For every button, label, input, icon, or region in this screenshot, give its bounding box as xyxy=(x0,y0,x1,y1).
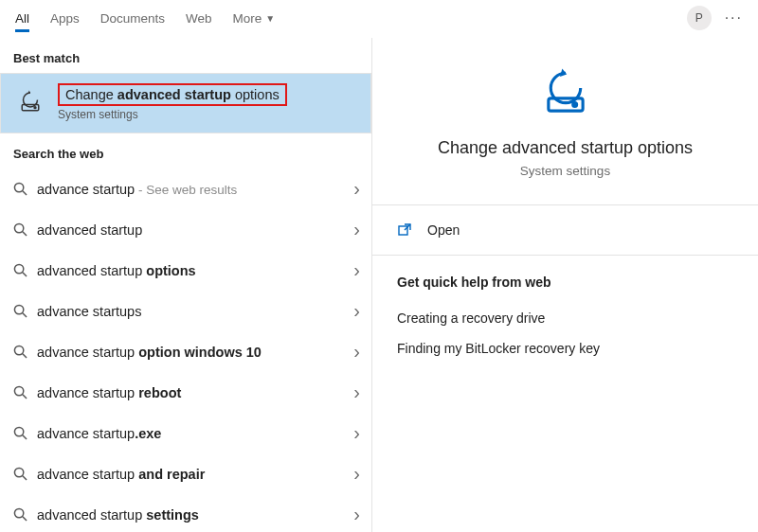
search-icon xyxy=(13,304,27,318)
recovery-icon xyxy=(14,86,46,118)
web-result-item[interactable]: advance startup.exe› xyxy=(0,413,371,453)
svg-point-16 xyxy=(14,468,23,476)
chevron-right-icon: › xyxy=(353,463,360,485)
search-icon xyxy=(13,507,27,522)
search-icon xyxy=(13,467,27,481)
svg-line-15 xyxy=(23,435,27,439)
svg-point-6 xyxy=(14,264,23,273)
result-text: advance startup reboot xyxy=(37,385,344,400)
best-match-title: Change advanced startup options xyxy=(65,87,280,102)
web-result-item[interactable]: advance startup option windows 10› xyxy=(0,331,371,372)
tab-all[interactable]: All xyxy=(15,11,29,32)
tab-more[interactable]: More ▼ xyxy=(233,11,276,26)
tab-documents[interactable]: Documents xyxy=(100,11,165,26)
svg-line-13 xyxy=(23,395,27,399)
svg-point-4 xyxy=(14,223,23,232)
open-action[interactable]: Open xyxy=(372,205,758,256)
chevron-right-icon: › xyxy=(353,381,360,403)
result-text: advance startup and repair xyxy=(37,467,344,482)
quick-help-link[interactable]: Finding my BitLocker recovery key xyxy=(397,333,733,364)
detail-header: Change advanced startup options System s… xyxy=(372,38,758,205)
web-result-item[interactable]: advance startup reboot› xyxy=(0,372,371,413)
web-result-item[interactable]: advance startups› xyxy=(0,291,371,331)
tab-label: Web xyxy=(186,11,212,26)
svg-line-17 xyxy=(23,476,27,480)
result-text: advanced startup settings xyxy=(37,507,344,523)
svg-point-10 xyxy=(14,346,23,354)
chevron-right-icon: › xyxy=(353,422,360,444)
open-icon xyxy=(397,222,414,238)
web-result-item[interactable]: advance startup and repair› xyxy=(0,453,371,494)
search-icon xyxy=(13,222,27,237)
svg-line-3 xyxy=(23,191,27,195)
quick-help-title: Get quick help from web xyxy=(397,275,733,290)
chevron-right-icon: › xyxy=(353,219,360,240)
search-icon xyxy=(13,426,27,440)
header-tabs: All Apps Documents Web More ▼ xyxy=(15,11,275,26)
search-icon xyxy=(13,263,27,277)
result-text: advance startup option windows 10 xyxy=(37,345,344,360)
chevron-down-icon: ▼ xyxy=(265,13,275,24)
link-text: Creating a recovery drive xyxy=(397,310,545,326)
avatar-letter: P xyxy=(695,11,703,25)
svg-line-9 xyxy=(23,313,27,317)
results-panel: Best match Change advanced startup optio… xyxy=(0,38,371,532)
svg-line-19 xyxy=(23,517,27,521)
title-post: options xyxy=(231,87,280,102)
result-text: advanced startup options xyxy=(37,263,344,278)
search-icon xyxy=(13,385,27,399)
svg-point-22 xyxy=(572,103,576,107)
link-text: Finding my BitLocker recovery key xyxy=(397,341,600,356)
svg-point-18 xyxy=(14,508,23,517)
main-area: Best match Change advanced startup optio… xyxy=(0,38,758,532)
quick-help-link[interactable]: Creating a recovery drive xyxy=(397,303,733,333)
tab-label: Apps xyxy=(50,11,80,26)
svg-point-14 xyxy=(14,427,23,435)
result-text: advanced startup xyxy=(37,222,344,238)
detail-title: Change advanced startup options xyxy=(438,138,693,158)
search-icon xyxy=(13,345,27,359)
web-result-item[interactable]: advanced startup› xyxy=(0,209,371,250)
chevron-right-icon: › xyxy=(353,178,360,200)
more-options-button[interactable]: ··· xyxy=(725,9,743,27)
tab-label: More xyxy=(233,11,262,26)
open-label: Open xyxy=(427,222,460,238)
tab-label: Documents xyxy=(100,11,165,26)
recovery-icon-large xyxy=(538,66,593,121)
header-right: P ··· xyxy=(687,6,743,30)
search-web-label: Search the web xyxy=(0,133,371,168)
search-header: All Apps Documents Web More ▼ P ··· xyxy=(0,0,758,38)
detail-panel: Change advanced startup options System s… xyxy=(371,38,758,532)
svg-line-5 xyxy=(23,232,27,236)
svg-point-2 xyxy=(14,183,23,191)
title-pre: Change xyxy=(65,87,117,102)
web-results-list: advance startup - See web results›advanc… xyxy=(0,168,371,532)
chevron-right-icon: › xyxy=(353,341,360,363)
svg-point-8 xyxy=(14,305,23,313)
highlight-box: Change advanced startup options xyxy=(58,83,287,106)
best-match-subtitle: System settings xyxy=(58,108,287,121)
result-text: advance startups xyxy=(37,304,344,319)
svg-point-12 xyxy=(14,386,23,395)
detail-subtitle: System settings xyxy=(520,164,610,178)
web-result-item[interactable]: advanced startup options› xyxy=(0,250,371,291)
title-bold: advanced startup xyxy=(117,87,231,102)
web-result-item[interactable]: advance startup - See web results› xyxy=(0,168,371,209)
best-match-label: Best match xyxy=(0,38,371,73)
best-match-item[interactable]: Change advanced startup options System s… xyxy=(0,73,371,133)
result-text: advance startup - See web results xyxy=(37,182,344,197)
svg-line-11 xyxy=(23,354,27,358)
chevron-right-icon: › xyxy=(353,504,360,525)
tab-apps[interactable]: Apps xyxy=(50,11,80,26)
web-result-item[interactable]: advanced startup settings› xyxy=(0,494,371,532)
chevron-right-icon: › xyxy=(353,259,360,281)
tab-web[interactable]: Web xyxy=(186,11,212,26)
user-avatar[interactable]: P xyxy=(687,6,712,30)
svg-point-1 xyxy=(34,107,36,109)
svg-line-7 xyxy=(23,273,27,276)
result-text: advance startup.exe xyxy=(37,426,344,441)
quick-help-section: Get quick help from web Creating a recov… xyxy=(372,256,758,382)
svg-rect-23 xyxy=(399,226,407,235)
chevron-right-icon: › xyxy=(353,300,360,322)
search-icon xyxy=(13,182,27,196)
